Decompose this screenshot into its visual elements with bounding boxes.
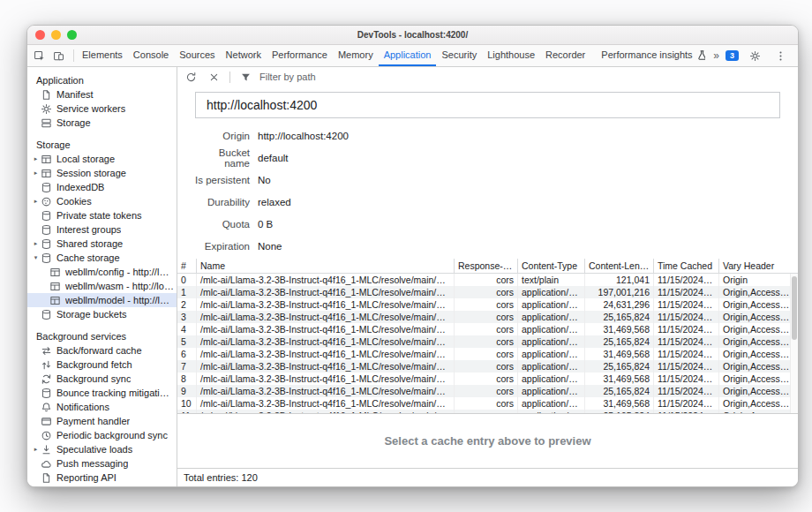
- cell-content-length: 31,469,568: [585, 397, 654, 410]
- cell-content-type: application/oc…: [518, 348, 585, 360]
- report-field-durability: Durabilityrelaxed: [195, 191, 780, 213]
- cell-response-type: cors: [455, 385, 518, 397]
- cache-entry-row[interactable]: 0/mlc-ai/Llama-3.2-3B-Instruct-q4f16_1-M…: [177, 274, 798, 286]
- sidebar-item-back-forward-cache[interactable]: Back/forward cache: [27, 343, 177, 358]
- cache-entry-row[interactable]: 7/mlc-ai/Llama-3.2-3B-Instruct-q4f16_1-M…: [177, 360, 798, 373]
- cache-entry-row[interactable]: 8/mlc-ai/Llama-3.2-3B-Instruct-q4f16_1-M…: [177, 373, 798, 385]
- filter-by-path-input[interactable]: [259, 72, 392, 82]
- delete-selected-icon[interactable]: [205, 69, 223, 86]
- cache-entry-row[interactable]: 4/mlc-ai/Llama-3.2-3B-Instruct-q4f16_1-M…: [177, 323, 798, 335]
- tab-performance[interactable]: Performance: [267, 45, 333, 66]
- sidebar-item-session-storage[interactable]: ▸Session storage: [27, 166, 177, 180]
- cache-entry-row[interactable]: 3/mlc-ai/Llama-3.2-3B-Instruct-q4f16_1-M…: [177, 311, 798, 323]
- sidebar-item-webllm-model-http-loc[interactable]: webllm/model - http://loc…: [27, 293, 177, 307]
- cache-entry-row[interactable]: 2/mlc-ai/Llama-3.2-3B-Instruct-q4f16_1-M…: [177, 298, 798, 311]
- flask-icon: [696, 49, 706, 61]
- tab-sources[interactable]: Sources: [174, 45, 220, 66]
- sidebar-item-background-sync[interactable]: Background sync: [27, 372, 177, 386]
- settings-gear-icon[interactable]: [746, 48, 764, 64]
- sidebar-item-cache-storage[interactable]: ▾Cache storage: [27, 251, 177, 265]
- column-header-time-cached[interactable]: Time Cached: [654, 259, 719, 273]
- column-header-content-length[interactable]: Content-Length: [585, 259, 654, 273]
- sidebar-item-notifications[interactable]: Notifications: [27, 400, 177, 414]
- kebab-menu-icon[interactable]: [771, 48, 790, 64]
- tab-recorder[interactable]: Recorder: [540, 45, 590, 66]
- chevron-right-icon[interactable]: ▸: [31, 152, 41, 166]
- tab-elements[interactable]: Elements: [77, 45, 128, 66]
- table-scrollbar[interactable]: [790, 274, 798, 413]
- sidebar-item-reporting-api[interactable]: Reporting API: [27, 471, 177, 485]
- sidebar-item-speculative-loads[interactable]: ▸Speculative loads: [27, 442, 177, 456]
- chevron-right-icon[interactable]: ▸: [31, 442, 41, 456]
- tab-performance-insights[interactable]: Performance insights: [596, 45, 705, 66]
- sidebar-item-push-messaging[interactable]: Push messaging: [27, 456, 177, 471]
- cache-entry-row[interactable]: 10/mlc-ai/Llama-3.2-3B-Instruct-q4f16_1-…: [177, 397, 798, 410]
- status-bar: Total entries: 120: [177, 468, 798, 486]
- report-field-expiration: ExpirationNone: [195, 235, 780, 257]
- tab-application[interactable]: Application: [379, 45, 437, 66]
- cell-name: /mlc-ai/Llama-3.2-3B-Instruct-q4f16_1-ML…: [197, 311, 455, 323]
- tab-console[interactable]: Console: [128, 45, 174, 66]
- tab-security[interactable]: Security: [436, 45, 482, 66]
- sidebar-item-manifest[interactable]: Manifest: [27, 87, 177, 102]
- scrollbar-thumb[interactable]: [792, 276, 797, 340]
- sidebar-item-label: Back/forward cache: [56, 343, 142, 358]
- console-messages-badge[interactable]: 3: [726, 50, 739, 61]
- column-header-response-type[interactable]: Response-Type: [455, 259, 518, 273]
- sidebar-item-webllm-config-http-loc[interactable]: webllm/config - http://loc…: [27, 265, 177, 279]
- sidebar-item-shared-storage[interactable]: ▸Shared storage: [27, 237, 177, 251]
- cache-entry-row[interactable]: 1/mlc-ai/Llama-3.2-3B-Instruct-q4f16_1-M…: [177, 286, 798, 298]
- close-window-button[interactable]: [35, 30, 45, 40]
- sidebar-item-label: IndexedDB: [56, 180, 104, 194]
- sidebar-item-private-state-tokens[interactable]: Private state tokens: [27, 208, 177, 222]
- sidebar-item-storage[interactable]: Storage: [27, 116, 177, 130]
- chevron-down-icon[interactable]: ▾: [31, 251, 41, 265]
- chevron-right-icon[interactable]: ▸: [31, 194, 41, 208]
- sidebar-item-indexeddb[interactable]: IndexedDB: [27, 180, 177, 194]
- sidebar-item-cookies[interactable]: ▸Cookies: [27, 194, 177, 208]
- chevron-right-icon[interactable]: ▸: [31, 237, 41, 251]
- report-field-value: relaxed: [258, 197, 291, 207]
- report-field-bucket-name: Bucket namedefault: [195, 147, 780, 169]
- minimize-window-button[interactable]: [51, 30, 61, 40]
- cell-response-type: cors: [455, 335, 518, 348]
- report-field-label: Bucket name: [195, 147, 250, 169]
- cache-entry-row[interactable]: 5/mlc-ai/Llama-3.2-3B-Instruct-q4f16_1-M…: [177, 335, 798, 348]
- inspect-element-icon[interactable]: [30, 48, 49, 64]
- sidebar-item-interest-groups[interactable]: Interest groups: [27, 222, 177, 237]
- tab-network[interactable]: Network: [221, 45, 267, 66]
- sidebar-item-webllm-wasm-http-loca[interactable]: webllm/wasm - http://loca…: [27, 279, 177, 293]
- sidebar-item-storage-buckets[interactable]: Storage buckets: [27, 307, 177, 321]
- report-field-label: Quota: [195, 219, 250, 230]
- report-field-label: Expiration: [195, 241, 250, 252]
- sidebar-item-service-workers[interactable]: Service workers: [27, 102, 177, 116]
- column-header-name[interactable]: Name: [197, 259, 455, 273]
- cell-name: /mlc-ai/Llama-3.2-3B-Instruct-q4f16_1-ML…: [197, 323, 455, 335]
- column-header-content-type[interactable]: Content-Type: [518, 259, 585, 273]
- devtools-window: DevTools - localhost:4200/ ElementsConso…: [26, 25, 799, 487]
- chevron-right-icon[interactable]: ▸: [31, 166, 41, 180]
- cell-vary-header: Origin,Access…: [719, 311, 798, 323]
- cell-response-type: cors: [455, 323, 518, 335]
- sidebar-item-local-storage[interactable]: ▸Local storage: [27, 152, 177, 166]
- column-header-index[interactable]: #: [177, 259, 197, 273]
- sidebar-item-payment-handler[interactable]: Payment handler: [27, 414, 177, 428]
- sidebar-item-bounce-tracking-mitigations[interactable]: Bounce tracking mitigations: [27, 386, 177, 400]
- column-header-vary-header[interactable]: Vary Header: [719, 259, 798, 273]
- cell-index: 1: [177, 286, 197, 298]
- total-entries-label: Total entries: 120: [184, 472, 258, 483]
- tab-memory[interactable]: Memory: [333, 45, 379, 66]
- cache-entry-row[interactable]: 11/mlc-ai/Llama-3.2-3B-Instruct-q4f16_1-…: [177, 410, 798, 414]
- sidebar-item-periodic-background-sync[interactable]: Periodic background sync: [27, 428, 177, 442]
- tab-lighthouse[interactable]: Lighthouse: [482, 45, 540, 66]
- sidebar-item-background-fetch[interactable]: Background fetch: [27, 358, 177, 372]
- refresh-icon[interactable]: [182, 69, 200, 86]
- more-tabs-chevron-icon[interactable]: »: [713, 49, 718, 62]
- cache-toolbar: [177, 67, 798, 87]
- zoom-window-button[interactable]: [67, 30, 77, 40]
- cache-entry-row[interactable]: 6/mlc-ai/Llama-3.2-3B-Instruct-q4f16_1-M…: [177, 348, 798, 360]
- device-toolbar-icon[interactable]: [49, 48, 68, 64]
- cache-entry-row[interactable]: 9/mlc-ai/Llama-3.2-3B-Instruct-q4f16_1-M…: [177, 385, 798, 397]
- cell-response-type: cors: [455, 311, 518, 323]
- cell-content-length: 121,041: [585, 274, 654, 286]
